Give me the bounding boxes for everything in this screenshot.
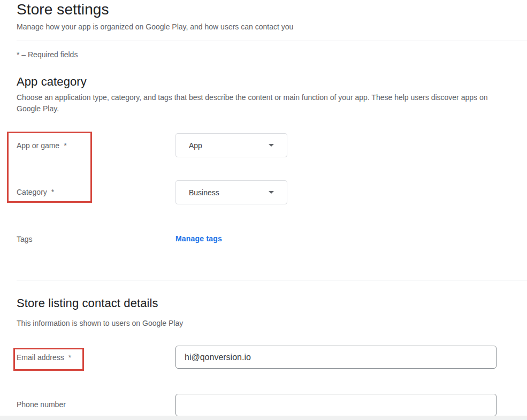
store-settings-page: Store settings Manage how your app is or… (0, 0, 527, 420)
chevron-down-icon (269, 144, 274, 147)
required-asterisk: * (64, 141, 66, 150)
contact-details-heading: Store listing contact details (17, 296, 158, 311)
contact-details-subtitle: This information is shown to users on Go… (17, 318, 494, 329)
horizontal-scrollbar[interactable] (0, 416, 527, 420)
section-divider (17, 280, 527, 280)
app-or-game-label: App or game* (17, 141, 67, 150)
category-label-text: Category (17, 188, 47, 196)
required-asterisk: * (51, 188, 54, 196)
email-address-label-text: Email address (17, 353, 64, 362)
phone-input[interactable] (175, 394, 497, 416)
chevron-down-icon (269, 191, 274, 194)
page-subtitle: Manage how your app is organized on Goog… (17, 22, 293, 31)
category-selected-value: Business (189, 188, 219, 197)
tags-label: Tags (17, 235, 33, 243)
email-address-label: Email address* (17, 353, 71, 362)
category-label: Category* (17, 188, 54, 196)
email-input[interactable] (175, 346, 497, 369)
phone-number-label: Phone number (17, 400, 66, 409)
app-category-heading: App category (17, 74, 87, 89)
app-or-game-select[interactable]: App (175, 133, 287, 157)
app-category-description: Choose an application type, category, an… (17, 92, 494, 114)
required-asterisk: * (68, 353, 71, 362)
required-fields-note: * – Required fields (17, 50, 78, 59)
header-divider (17, 41, 527, 41)
manage-tags-link[interactable]: Manage tags (175, 234, 222, 243)
category-select[interactable]: Business (175, 180, 287, 204)
app-or-game-selected-value: App (189, 141, 202, 150)
page-title: Store settings (17, 0, 109, 19)
app-or-game-label-text: App or game (17, 141, 59, 150)
